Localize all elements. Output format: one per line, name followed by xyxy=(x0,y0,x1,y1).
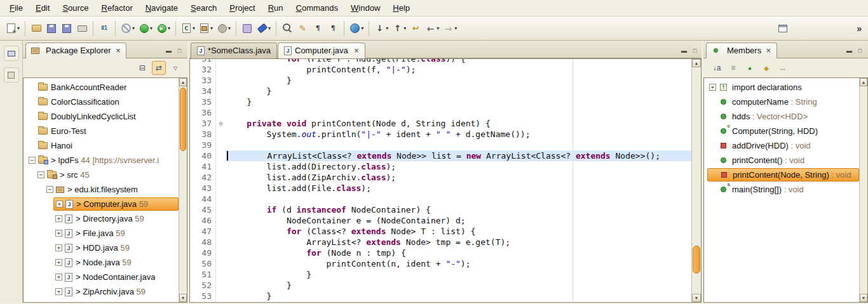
scrollbar-thumb[interactable] xyxy=(180,88,186,151)
member-item[interactable]: computerName : String xyxy=(705,95,859,109)
new-wizard-button[interactable]: ▾ xyxy=(4,20,22,37)
code-line-47[interactable]: 47 for (Class<? extends Node> T : list) … xyxy=(190,226,691,237)
menu-navigate[interactable]: Navigate xyxy=(140,1,184,15)
code-line-35[interactable]: 35 } xyxy=(190,96,691,107)
expand-expander-icon[interactable]: + xyxy=(55,259,62,266)
minimize-icon[interactable]: ▬ xyxy=(680,48,688,54)
code-line-31[interactable]: 31 for (File f : hdd.get(File.class)) { xyxy=(190,58,691,64)
code-line-43[interactable]: 43 list.add(File.class); xyxy=(190,183,691,194)
tree-item[interactable]: +> HDD.java 59 xyxy=(24,241,179,255)
tree-item[interactable]: +> ZipArchiv.java 59 xyxy=(24,284,179,299)
close-icon[interactable]: × xyxy=(116,47,121,54)
tree-item[interactable]: −> IpdFs 44 [https://svnserver.i xyxy=(24,153,179,168)
new-element-button[interactable]: ▾ xyxy=(215,20,233,37)
open-resource-button[interactable] xyxy=(29,20,44,37)
scroll-down-icon[interactable]: ▼ xyxy=(179,294,187,302)
expand-expander-icon[interactable]: + xyxy=(55,230,62,237)
member-item[interactable]: printContent(Node, String) : void xyxy=(705,168,859,182)
expand-expander-icon[interactable]: + xyxy=(55,215,62,222)
menu-commands[interactable]: Commands xyxy=(290,1,344,15)
menu-refactor[interactable]: Refactor xyxy=(96,1,139,15)
code-line-46[interactable]: 46 NodeContainer e = (NodeContainer) d; xyxy=(190,215,691,226)
member-item[interactable]: +↑import declarations xyxy=(705,80,859,95)
tree-item[interactable]: BankAccountReader xyxy=(24,80,179,95)
tree-item[interactable]: −> edu.kit.filesystem xyxy=(24,182,179,197)
hide-nonpublic-button[interactable]: ↔ xyxy=(776,61,790,75)
scroll-up-icon[interactable]: ▲ xyxy=(692,59,701,67)
expand-expander-icon[interactable]: + xyxy=(55,244,62,251)
package-explorer-tab[interactable]: Package Explorer × xyxy=(25,43,126,58)
code-line-50[interactable]: 50 printContent(n, ident + "-"); xyxy=(190,258,691,269)
member-item[interactable]: addDrive(HDD) : void xyxy=(705,138,859,153)
menu-source[interactable]: Source xyxy=(57,1,94,15)
code-line-53[interactable]: 53 } xyxy=(190,291,691,301)
scroll-up-icon[interactable]: ▲ xyxy=(179,78,187,86)
menu-search[interactable]: Search xyxy=(185,1,222,15)
members-scrollbar[interactable]: ▲ ▼ xyxy=(859,78,867,302)
collapse-expander-icon[interactable]: − xyxy=(29,157,36,164)
code-line-48[interactable]: 48 ArrayList<? extends Node> tmp = e.get… xyxy=(190,237,691,248)
expand-expander-icon[interactable]: + xyxy=(55,274,62,281)
code-line-49[interactable]: 49 for (Node n : tmp) { xyxy=(190,248,691,258)
menu-project[interactable]: Project xyxy=(224,1,261,15)
menu-run[interactable]: Run xyxy=(262,1,289,15)
code-line-41[interactable]: 41 list.add(Directory.class); xyxy=(190,161,691,172)
code-line-42[interactable]: 42 list.add(ZipArchiv.class); xyxy=(190,172,691,183)
expand-expander-icon[interactable]: + xyxy=(56,201,63,208)
prev-annotation-button[interactable]: ▾ xyxy=(390,20,408,37)
code-line-37[interactable]: 37⊖ private void printContent(Node d, St… xyxy=(190,118,691,129)
member-item[interactable]: smain(String[]) : void xyxy=(705,182,859,197)
save-button[interactable] xyxy=(44,20,59,37)
code-line-39[interactable]: 39 xyxy=(190,140,691,150)
tree-item[interactable]: −> src 45 xyxy=(24,168,179,182)
restore-views-button[interactable] xyxy=(4,46,19,61)
members-tab[interactable]: Members × xyxy=(706,43,777,58)
binary-view-button[interactable] xyxy=(97,20,112,37)
editor-scrollbar[interactable]: ▲ ▼ xyxy=(691,59,701,302)
menu-edit[interactable]: Edit xyxy=(30,1,55,15)
tree-item[interactable]: +> File.java 59 xyxy=(24,226,179,241)
collapse-expander-icon[interactable]: − xyxy=(46,186,53,193)
member-item[interactable]: hdds : Vector<HDD> xyxy=(705,109,859,124)
editor-tab-computerjava[interactable]: Computer.java× xyxy=(278,43,365,58)
search-button[interactable]: ▾ xyxy=(255,20,273,37)
new-package-button[interactable]: ▾ xyxy=(197,20,215,37)
tree-item[interactable]: +> Directory.java 59 xyxy=(24,211,179,226)
skip-breakpoints-button[interactable]: ▾ xyxy=(119,20,137,37)
code-line-45[interactable]: 45 if (d instanceof NodeContainer) { xyxy=(190,204,691,215)
open-browser-button[interactable]: ▾ xyxy=(348,20,365,37)
new-class-button[interactable]: ▾ xyxy=(179,20,197,37)
forward-button[interactable]: ▾ xyxy=(441,20,459,37)
maximize-icon[interactable]: □ xyxy=(856,48,864,54)
menu-file[interactable]: File xyxy=(4,1,29,15)
code-line-44[interactable]: 44 xyxy=(190,194,691,204)
tree-item[interactable]: +> NodeContainer.java xyxy=(24,270,179,284)
tree-item[interactable]: +> Node.java 59 xyxy=(24,255,179,270)
code-line-52[interactable]: 52 } xyxy=(190,280,691,291)
next-annotation-button[interactable]: ▾ xyxy=(372,20,390,37)
code-line-40[interactable]: 40 ArrayList<Class<? extends Node>> list… xyxy=(190,150,691,161)
tree-item[interactable]: Euro-Test xyxy=(24,124,179,138)
mark-occurrences-button[interactable] xyxy=(295,20,310,37)
scroll-down-icon[interactable]: ▼ xyxy=(692,294,701,302)
code-line-36[interactable]: 36 xyxy=(190,107,691,118)
hide-fields-button[interactable]: ● xyxy=(743,61,757,75)
zoom-tool-button[interactable] xyxy=(280,20,295,37)
editor-tab-someclassjava[interactable]: *SomeClass.java xyxy=(191,43,277,58)
tree-item[interactable]: Hanoi xyxy=(24,138,179,153)
tree-item[interactable]: +> Computer.java 59 xyxy=(24,197,179,211)
maximize-icon[interactable]: □ xyxy=(175,48,184,54)
code-line-33[interactable]: 33 } xyxy=(190,75,691,86)
toolbar-overflow-chevron[interactable]: » xyxy=(857,23,862,34)
tree-item[interactable]: DoublyLinkedCyclicList xyxy=(24,109,179,124)
run-button[interactable]: ▾ xyxy=(154,20,172,37)
fast-view-button[interactable] xyxy=(4,67,19,83)
last-edit-location-button[interactable] xyxy=(408,20,423,37)
menu-window[interactable]: Window xyxy=(345,1,386,15)
scroll-up-icon[interactable]: ▲ xyxy=(860,78,867,86)
minimize-icon[interactable]: ▬ xyxy=(165,48,173,54)
collapse-expander-icon[interactable]: − xyxy=(37,171,44,178)
collapse-all-button[interactable]: ⊟ xyxy=(135,61,149,75)
open-perspective-button[interactable] xyxy=(775,20,790,37)
code-line-38[interactable]: 38 System.out.println("|-" + ident + " "… xyxy=(190,129,691,140)
